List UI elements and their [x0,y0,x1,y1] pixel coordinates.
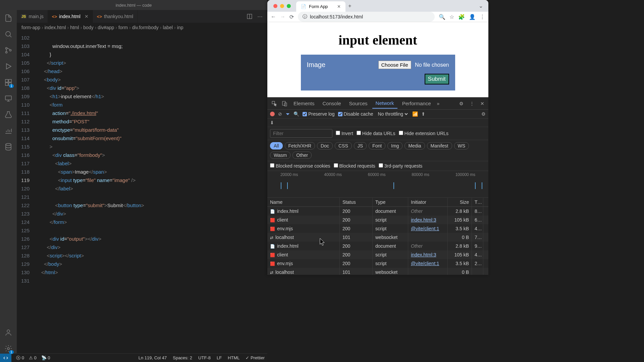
errors-count[interactable]: ⓧ 0 [16,355,24,361]
col-initiator[interactable]: Initiator [408,198,448,206]
submit-button[interactable]: Submit [425,74,449,84]
breadcrumb[interactable]: form-app › index.html › html › body › di… [17,23,267,32]
device-toggle-icon[interactable] [280,99,289,108]
disable-cache-checkbox[interactable]: Disable cache [338,111,373,117]
maximize-window-icon[interactable] [287,4,291,8]
run-debug-icon[interactable] [4,62,13,71]
eol-status[interactable]: LF [217,355,222,360]
hide-ext-urls-checkbox[interactable]: Hide extension URLs [399,131,448,136]
close-window-icon[interactable] [273,4,277,8]
more-actions-icon[interactable]: ⋯ [257,13,263,20]
breadcrumb-segment[interactable]: body [83,25,93,30]
chip-doc[interactable]: Doc [317,142,333,149]
export-har-icon[interactable]: ⬇ [270,120,274,125]
forward-icon[interactable]: → [280,14,285,20]
chip-font[interactable]: Font [369,142,385,149]
network-settings-icon[interactable]: ⚙ [481,111,486,117]
extensions-icon[interactable]: 1 [4,78,13,87]
blocked-requests-checkbox[interactable]: Blocked requests [334,163,375,169]
table-row[interactable]: 🟥client200scriptindex.html:3105 kB4 ... [267,250,488,259]
tab-network[interactable]: Network [372,98,397,109]
chip-other[interactable]: Other [292,152,312,159]
bookmark-icon[interactable]: ☆ [449,14,454,20]
filter-toggle-icon[interactable]: ⏷ [285,111,290,117]
site-info-icon[interactable]: ⓘ [303,14,307,20]
table-row[interactable]: 🟥client200scriptindex.html:3105 kB6 ... [267,216,488,224]
hide-data-urls-checkbox[interactable]: Hide data URLs [357,131,395,136]
tab-index-html[interactable]: <>index.html✕ [48,10,93,23]
browser-tab[interactable]: 📄 Form App ✕ [296,1,345,12]
graph-icon[interactable] [4,126,13,135]
network-conditions-icon[interactable]: 📶 [412,111,418,117]
tab-thankyou-html[interactable]: <>thankyou.html [93,10,138,23]
account-icon[interactable] [4,328,13,337]
table-row[interactable]: ⇄localhost101websocket0 B7.... [267,233,488,242]
table-row[interactable]: 📄index.html200documentOther2.8 kB8 ... [267,207,488,216]
minimize-window-icon[interactable] [280,4,284,8]
devtools-menu-icon[interactable]: ⋮ [468,100,476,108]
zoom-icon[interactable]: 🔍 [439,14,445,20]
tab-console[interactable]: Console [319,99,344,108]
network-timeline[interactable]: 20000 ms40000 ms60000 ms80000 ms100000 m… [267,171,488,198]
chip-css[interactable]: CSS [335,142,352,149]
preserve-log-checkbox[interactable]: Preserve log [303,111,335,117]
breadcrumb-segment[interactable]: label [163,25,173,30]
chip-wasm[interactable]: Wasm [270,152,290,159]
throttling-select[interactable]: No throttling [377,111,409,117]
chip-img[interactable]: Img [387,142,402,149]
language-status[interactable]: HTML [228,355,239,360]
cursor-position[interactable]: Ln 119, Col 47 [139,355,167,360]
table-row[interactable]: 🟥env.mjs200script@vite/client:13.5 kB4 .… [267,224,488,233]
col-size[interactable]: Size [448,198,472,206]
address-bar[interactable]: ⓘ localhost:5173/index.html [298,12,435,22]
breadcrumb-segment[interactable]: div#app [98,25,114,30]
col-type[interactable]: Type [373,198,408,206]
breadcrumb-segment[interactable]: div.formbody [132,25,159,30]
chip-manifest[interactable]: Manifest [427,142,452,149]
new-tab-button[interactable]: + [345,0,354,12]
chip-ws[interactable]: WS [454,142,469,149]
search-network-icon[interactable]: 🔍 [293,111,299,117]
devtools-settings-icon[interactable]: ⚙ [458,100,465,108]
blocked-cookies-checkbox[interactable]: Blocked response cookies [270,163,330,169]
breadcrumb-segment[interactable]: form [118,25,128,30]
expand-tabs-icon[interactable]: ⌄ [476,0,486,12]
database-icon[interactable] [4,142,13,152]
remote-explorer-icon[interactable] [4,94,13,103]
profile-icon[interactable]: 👤 [469,14,476,20]
record-icon[interactable] [270,112,275,116]
remote-indicator-icon[interactable] [0,354,11,362]
indent-status[interactable]: Spaces: 2 [173,355,192,360]
settings-gear-icon[interactable]: 1 [4,344,13,353]
devtools-close-icon[interactable]: ✕ [479,100,486,108]
chip-fetchxhr[interactable]: Fetch/XHR [285,142,315,149]
col-name[interactable]: Name [267,198,340,206]
split-editor-icon[interactable] [247,13,253,19]
inspect-element-icon[interactable] [270,99,279,108]
chip-media[interactable]: Media [405,142,425,149]
chip-all[interactable]: All [270,142,283,149]
third-party-checkbox[interactable]: 3rd-party requests [379,163,423,169]
tab-close-icon[interactable]: ✕ [337,4,341,9]
invert-checkbox[interactable]: Invert [336,131,353,136]
extensions-puzzle-icon[interactable]: 🧩 [458,14,465,20]
clear-icon[interactable]: ⊘ [278,111,282,117]
chip-js[interactable]: JS [354,142,367,149]
source-control-icon[interactable] [4,46,13,55]
breadcrumb-segment[interactable]: inp [177,25,183,30]
network-filter-input[interactable] [270,129,332,138]
table-row[interactable]: ⇄localhost101websocket0 B [267,268,488,275]
testing-icon[interactable] [4,110,13,119]
breadcrumb-segment[interactable]: form-app [21,25,40,30]
col-status[interactable]: Status [340,198,373,206]
tab-sources[interactable]: Sources [346,99,371,108]
tab-main-js[interactable]: JSmain.js [17,10,48,23]
code-editor[interactable]: 1021031041051061071081091101111121131141… [17,32,267,353]
explorer-icon[interactable] [4,13,13,23]
tab-elements[interactable]: Elements [290,99,318,108]
reload-icon[interactable]: ⟳ [289,14,294,20]
table-row[interactable]: 🟥env.mjs200script@vite/client:13.5 kB2 .… [267,259,488,268]
tab-performance[interactable]: Performance [399,99,434,108]
table-row[interactable]: 📄index.html200documentOther2.8 kB9 ... [267,242,488,250]
more-tabs-icon[interactable]: » [436,100,441,108]
